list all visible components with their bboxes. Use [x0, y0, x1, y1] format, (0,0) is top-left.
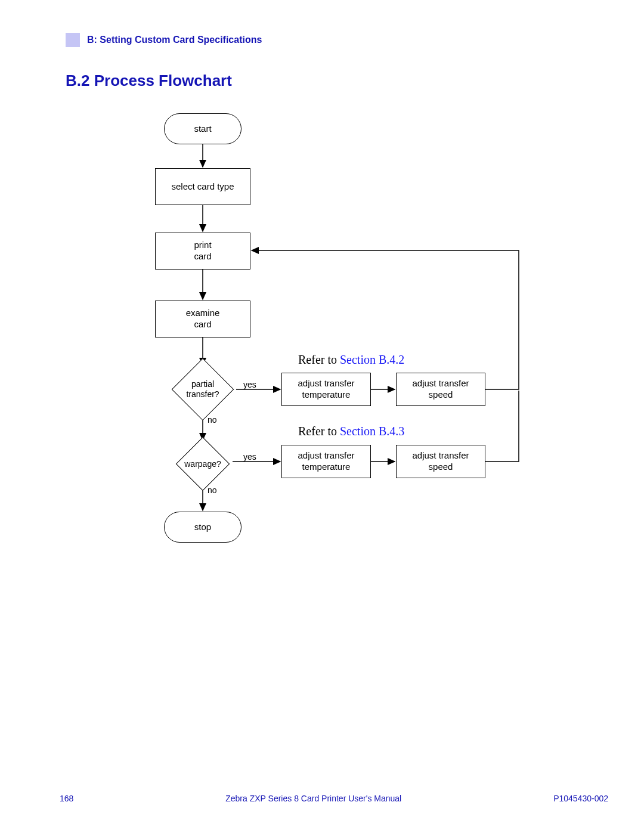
print-card-node: print card: [155, 233, 250, 270]
page-number: 168: [60, 794, 73, 803]
ref-b43-link[interactable]: Section B.4.3: [340, 425, 404, 438]
adjust-speed-node-2: adjust transfer speed: [396, 445, 485, 478]
ref-b42-link[interactable]: Section B.4.2: [340, 353, 404, 366]
adj-temp2-l1: adjust transfer: [298, 450, 354, 460]
stop-node: stop: [164, 512, 242, 543]
section-title: B.2 Process Flowchart: [66, 72, 232, 90]
examine-l2: card: [194, 319, 211, 329]
header-marker: [66, 33, 80, 47]
manual-title: Zebra ZXP Series 8 Card Printer User's M…: [225, 794, 401, 803]
yes-label-2: yes: [243, 452, 256, 462]
adj-speed-l2: speed: [429, 389, 453, 400]
warpage-decision: warpage?: [167, 441, 239, 487]
adj-speed2-l1: adjust transfer: [412, 450, 469, 460]
no-label-2: no: [208, 485, 217, 495]
print-l1: print: [194, 240, 211, 250]
ref-b42: Refer to Section B.4.2: [298, 353, 404, 367]
flowchart-connectors: [66, 107, 578, 561]
examine-l1: examine: [186, 308, 220, 318]
ref-b43-prefix: Refer to: [298, 425, 340, 438]
adj-temp2-l2: temperature: [302, 462, 351, 472]
flowchart-diagram: start select card type print card examin…: [66, 107, 578, 561]
examine-card-node: examine card: [155, 301, 250, 337]
adj-speed2-l2: speed: [429, 462, 453, 472]
start-node: start: [164, 113, 242, 144]
page-footer: 168 Zebra ZXP Series 8 Card Printer User…: [60, 794, 608, 803]
doc-number: P1045430-002: [553, 794, 608, 803]
page-header: B: Setting Custom Card Specifications: [66, 33, 262, 47]
adj-temp-l1: adjust transfer: [298, 378, 354, 388]
partial-transfer-decision: partial transfer?: [167, 366, 239, 413]
chapter-label: B: Setting Custom Card Specifications: [87, 35, 262, 45]
adjust-speed-node-1: adjust transfer speed: [396, 373, 485, 406]
partial-l1: partial: [191, 379, 214, 389]
adjust-temp-node-1: adjust transfer temperature: [281, 373, 371, 406]
ref-b43: Refer to Section B.4.3: [298, 425, 404, 438]
adj-speed-l1: adjust transfer: [412, 378, 469, 388]
start-label: start: [194, 123, 211, 135]
print-l2: card: [194, 251, 211, 261]
ref-b42-prefix: Refer to: [298, 353, 340, 366]
stop-label: stop: [194, 522, 211, 533]
no-label-1: no: [208, 415, 217, 425]
select-card-label: select card type: [171, 181, 234, 193]
adjust-temp-node-2: adjust transfer temperature: [281, 445, 371, 478]
partial-l2: transfer?: [186, 389, 219, 399]
yes-label-1: yes: [243, 380, 256, 389]
warpage-label: warpage?: [184, 459, 221, 469]
adj-temp-l2: temperature: [302, 389, 351, 400]
select-card-node: select card type: [155, 168, 250, 205]
